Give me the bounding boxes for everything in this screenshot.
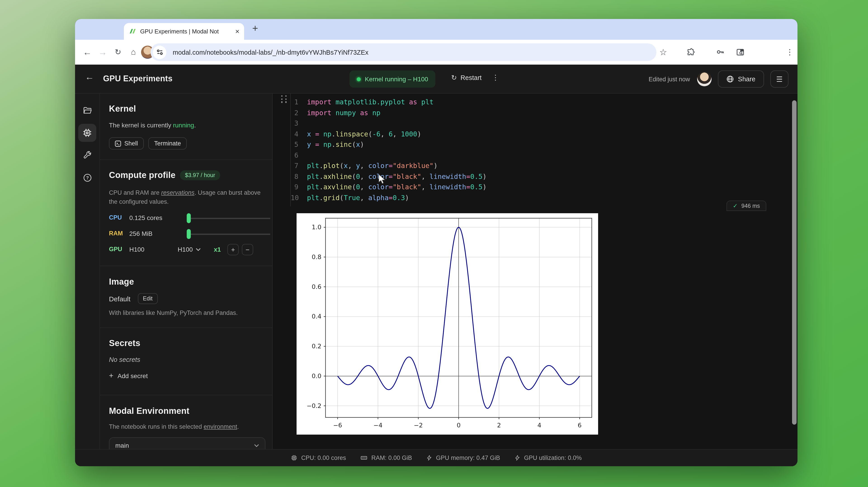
scrollbar-thumb[interactable] bbox=[792, 100, 797, 425]
back-button[interactable]: ← bbox=[80, 47, 95, 57]
chevron-down-icon bbox=[196, 248, 201, 251]
ram-row: RAM 256 MiB bbox=[109, 229, 266, 239]
code-token: , bbox=[421, 182, 430, 193]
terminate-button[interactable]: Terminate bbox=[148, 137, 187, 150]
settings-tab[interactable] bbox=[78, 147, 96, 164]
cpu-slider[interactable] bbox=[187, 213, 270, 224]
code-token: ( bbox=[368, 129, 372, 139]
globe-icon bbox=[727, 75, 734, 83]
folder-icon bbox=[83, 105, 92, 115]
code-line[interactable]: 2import numpy as np bbox=[291, 108, 487, 118]
reservations-link[interactable]: reservations bbox=[161, 189, 194, 196]
line-number: 4 bbox=[291, 129, 307, 139]
code-line[interactable]: 5y = np.sinc(x) bbox=[291, 139, 487, 150]
code-token: , bbox=[380, 129, 389, 139]
ram-label: RAM bbox=[109, 230, 123, 237]
code-line[interactable]: 10plt.grid(True, alpha=0.3) bbox=[291, 193, 487, 203]
modal-favicon-icon bbox=[129, 28, 136, 35]
code-token: import bbox=[307, 108, 336, 118]
tab-close-icon[interactable]: ✕ bbox=[235, 28, 240, 35]
kernel-tab[interactable] bbox=[78, 124, 96, 142]
svg-text:−2: −2 bbox=[414, 422, 423, 429]
code-line[interactable]: 7plt.plot(x, y, color="darkblue") bbox=[291, 161, 487, 171]
notebook-header: ← GPU Experiments Kernel running – H100 … bbox=[75, 65, 798, 94]
code-token: 0.3 bbox=[393, 193, 405, 203]
help-icon: ? bbox=[83, 173, 92, 182]
line-number: 5 bbox=[291, 139, 307, 150]
share-button[interactable]: Share bbox=[718, 70, 764, 88]
files-tab[interactable] bbox=[78, 101, 96, 119]
kernel-heading: Kernel bbox=[109, 104, 266, 114]
app-menu-button[interactable]: ☰ bbox=[770, 70, 788, 88]
cpu-slider-handle[interactable] bbox=[187, 213, 191, 223]
gpu-increment-button[interactable]: + bbox=[227, 244, 239, 255]
gpu-decrement-button[interactable]: − bbox=[242, 244, 253, 255]
bolt-icon bbox=[515, 454, 520, 461]
user-avatar[interactable] bbox=[698, 72, 712, 86]
code-token: x bbox=[356, 139, 360, 150]
secrets-heading: Secrets bbox=[109, 338, 266, 348]
reload-button[interactable]: ↻ bbox=[110, 47, 126, 57]
sinc-plot-figure: −6−4−20246−0.20.00.20.40.60.81.0 bbox=[297, 213, 598, 434]
kernel-sidebar-panel: Kernel The kernel is currently running. … bbox=[99, 94, 273, 449]
svg-text:1.0: 1.0 bbox=[312, 224, 321, 231]
line-number: 6 bbox=[291, 150, 307, 161]
code-line[interactable]: 3 bbox=[291, 118, 487, 129]
browser-menu-icon[interactable]: ⋮ bbox=[784, 46, 796, 58]
image-heading: Image bbox=[109, 277, 266, 287]
kernel-status-sentence: The kernel is currently running. bbox=[109, 122, 266, 129]
code-token: linspace bbox=[336, 129, 368, 139]
code-line[interactable]: 1import matplotlib.pyplot as plt bbox=[291, 97, 487, 108]
cpu-usage-status: CPU: 0.00 cores bbox=[291, 454, 346, 461]
cpu-icon bbox=[291, 454, 298, 461]
edit-image-button[interactable]: Edit bbox=[138, 293, 158, 304]
divider bbox=[100, 395, 272, 395]
site-settings-icon[interactable] bbox=[153, 45, 166, 59]
back-arrow-icon[interactable]: ← bbox=[85, 72, 94, 82]
code-token: , bbox=[421, 171, 430, 182]
add-secret-button[interactable]: + Add secret bbox=[109, 371, 266, 380]
home-button[interactable]: ⌂ bbox=[126, 47, 141, 57]
tab-title: GPU Experiments | Modal Not bbox=[140, 28, 232, 35]
code-token: ( bbox=[340, 161, 344, 171]
restart-kernel-button[interactable]: ↻ Restart bbox=[451, 74, 482, 82]
ram-slider[interactable] bbox=[187, 229, 270, 239]
shell-button[interactable]: Shell bbox=[109, 137, 144, 150]
password-key-icon[interactable] bbox=[714, 46, 726, 58]
code-line[interactable]: 8plt.axhline(0, color="black", linewidth… bbox=[291, 171, 487, 182]
code-token: ( bbox=[352, 171, 356, 182]
kernel-more-menu-icon[interactable]: ⋮ bbox=[492, 73, 499, 82]
code-token: linewidth bbox=[430, 171, 466, 182]
gpu-type-select[interactable]: H100 bbox=[178, 246, 201, 253]
divider bbox=[100, 266, 272, 266]
line-number: 2 bbox=[291, 108, 307, 118]
code-line[interactable]: 6 bbox=[291, 150, 487, 161]
image-description: With libraries like NumPy, PyTorch and P… bbox=[109, 309, 266, 318]
code-token: matplotlib.pyplot bbox=[336, 97, 409, 108]
search-panel-icon[interactable] bbox=[734, 46, 746, 58]
code-token: , bbox=[360, 193, 368, 203]
price-badge: $3.97 / hour bbox=[180, 170, 220, 180]
new-tab-button[interactable]: + bbox=[252, 23, 258, 34]
kernel-status-text: Kernel running – H100 bbox=[365, 75, 428, 83]
bolt-icon bbox=[427, 454, 432, 461]
url-bar[interactable]: modal.com/notebooks/modal-labs/_/nb-dmyt… bbox=[151, 43, 656, 61]
code-token: ) bbox=[483, 171, 487, 182]
kernel-status-badge[interactable]: Kernel running – H100 bbox=[349, 70, 435, 88]
code-line[interactable]: 4x = np.linspace(-6, 6, 1000) bbox=[291, 129, 487, 139]
bookmark-star-icon[interactable]: ☆ bbox=[657, 46, 669, 58]
cell-drag-handle-icon[interactable] bbox=[281, 95, 287, 103]
code-line[interactable]: 9plt.axvline(0, color="black", linewidth… bbox=[291, 182, 487, 193]
code-token: "darkblue" bbox=[393, 161, 434, 171]
forward-button[interactable]: → bbox=[95, 47, 110, 57]
ram-slider-handle[interactable] bbox=[187, 229, 191, 239]
environment-link[interactable]: environment bbox=[204, 423, 237, 430]
code-cell[interactable]: 1import matplotlib.pyplot as plt2import … bbox=[291, 97, 487, 203]
help-tab[interactable]: ? bbox=[78, 168, 96, 187]
browser-tab[interactable]: GPU Experiments | Modal Not ✕ bbox=[124, 23, 244, 40]
code-token: np bbox=[372, 108, 380, 118]
environment-select[interactable]: main bbox=[109, 437, 266, 449]
extensions-icon[interactable] bbox=[684, 46, 696, 58]
chevron-down-icon bbox=[254, 444, 259, 447]
code-token: ) bbox=[483, 182, 487, 193]
